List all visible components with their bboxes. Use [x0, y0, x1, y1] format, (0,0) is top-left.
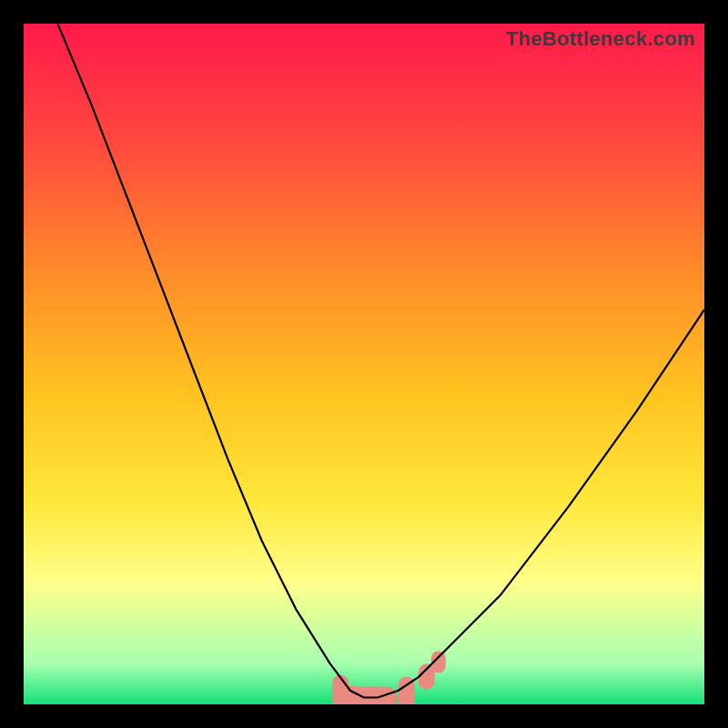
optimal-zone-markers [335, 654, 443, 705]
attribution-label: TheBottleneck.com [506, 27, 695, 51]
optimal-zone-pill-2 [401, 680, 412, 705]
optimal-zone-pill-1 [348, 689, 357, 705]
chart-frame: TheBottleneck.com [0, 0, 728, 728]
bottleneck-curve-path [57, 24, 704, 698]
chart-plot-area: TheBottleneck.com [24, 24, 704, 704]
optimal-zone-bar [342, 690, 395, 705]
optimal-zone-pill-0 [335, 678, 346, 705]
optimal-zone-pill-4 [434, 654, 443, 671]
optimal-zone-pill-3 [421, 667, 432, 687]
chart-svg [24, 24, 704, 704]
